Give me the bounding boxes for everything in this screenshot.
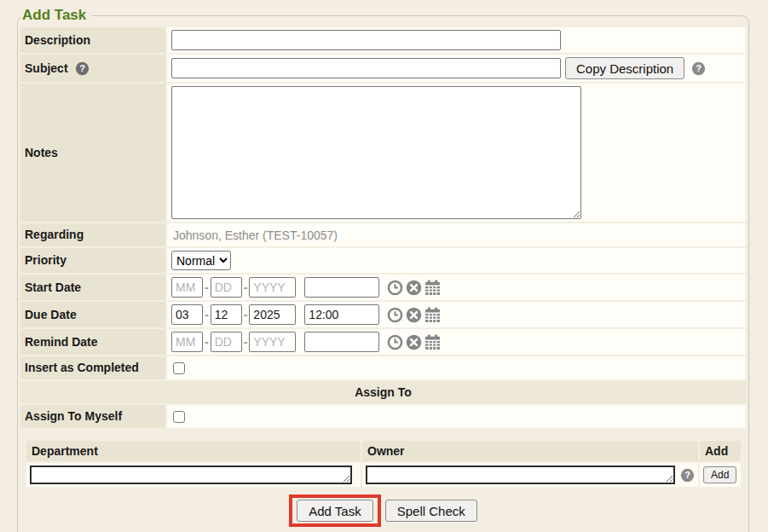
start-clock-icon[interactable]: [387, 280, 403, 296]
assign-to-section-header: Assign To: [20, 381, 746, 403]
start-time-input[interactable]: [304, 277, 379, 298]
priority-select[interactable]: Normal: [171, 251, 231, 270]
notes-textarea[interactable]: [171, 86, 581, 219]
remind-year-input[interactable]: [249, 332, 296, 352]
remind-calendar-icon[interactable]: [424, 334, 441, 350]
regarding-row: Regarding Johnson, Esther (TEST-10057): [20, 223, 746, 246]
footer-actions: Add Task Spell Check: [20, 494, 746, 527]
start-clear-icon[interactable]: [406, 280, 422, 296]
assign-myself-checkbox[interactable]: [173, 411, 185, 423]
notes-label: Notes: [20, 84, 165, 222]
date-separator: -: [205, 308, 209, 321]
insert-completed-row: Insert as Completed: [20, 356, 746, 379]
start-date-label: Start Date: [20, 275, 165, 300]
svg-text:?: ?: [684, 470, 690, 480]
due-clock-icon[interactable]: [387, 307, 403, 323]
subject-input[interactable]: [171, 58, 561, 78]
svg-text:?: ?: [79, 63, 85, 73]
owner-header: Owner: [362, 441, 698, 461]
remind-date-label: Remind Date: [20, 329, 165, 355]
due-time-input[interactable]: [304, 304, 379, 325]
start-year-input[interactable]: [249, 277, 296, 298]
owner-input[interactable]: [366, 466, 675, 484]
add-owner-button[interactable]: Add: [703, 466, 736, 483]
remind-time-input[interactable]: [304, 332, 379, 352]
due-month-input[interactable]: [171, 304, 203, 325]
assign-table-header-row: Department Owner Add: [26, 441, 741, 461]
department-input[interactable]: [30, 466, 352, 484]
subject-row: Subject ? Copy Description ?: [20, 55, 746, 82]
assign-myself-row: Assign To Myself: [20, 405, 746, 428]
assign-table: Department Owner Add ? Add: [26, 441, 741, 487]
regarding-value: Johnson, Esther (TEST-10057): [171, 228, 338, 242]
remind-date-row: Remind Date - -: [20, 329, 746, 355]
date-separator: -: [205, 280, 209, 294]
add-task-form: Add Task Description Subject ? Copy Desc…: [17, 7, 749, 532]
remind-clock-icon[interactable]: [387, 334, 403, 350]
start-day-input[interactable]: [211, 277, 242, 298]
description-row: Description: [20, 27, 746, 53]
subject-label: Subject: [25, 61, 68, 76]
svg-text:?: ?: [696, 63, 702, 73]
department-header: Department: [26, 441, 361, 461]
assign-table-input-row: ? Add: [26, 463, 741, 487]
remind-month-input[interactable]: [171, 332, 203, 352]
form-table: Description Subject ? Copy Description ?: [20, 27, 746, 428]
description-label: Description: [20, 27, 165, 53]
insert-completed-label: Insert as Completed: [20, 356, 165, 379]
add-task-highlight-box: Add Task: [289, 494, 380, 527]
due-day-input[interactable]: [211, 304, 242, 325]
date-separator: -: [205, 335, 209, 349]
date-separator: -: [244, 308, 248, 321]
due-date-row: Due Date - -: [20, 302, 746, 327]
due-calendar-icon[interactable]: [424, 307, 441, 323]
subject-help-icon[interactable]: ?: [75, 61, 90, 76]
regarding-label: Regarding: [20, 223, 165, 246]
start-month-input[interactable]: [171, 277, 203, 298]
add-task-button[interactable]: Add Task: [297, 500, 372, 522]
insert-completed-checkbox[interactable]: [173, 362, 185, 374]
remind-day-input[interactable]: [211, 332, 242, 352]
add-header: Add: [700, 441, 741, 461]
assign-to-banner-row: Assign To: [20, 381, 746, 403]
notes-row: Notes: [20, 84, 746, 222]
due-clear-icon[interactable]: [406, 307, 422, 323]
date-separator: -: [244, 335, 248, 349]
priority-label: Priority: [20, 248, 165, 273]
due-date-label: Due Date: [20, 302, 165, 327]
due-year-input[interactable]: [249, 304, 296, 325]
page-title: Add Task: [20, 7, 91, 24]
priority-row: Priority Normal: [20, 248, 746, 273]
owner-help-icon[interactable]: ?: [680, 468, 695, 483]
assign-myself-label: Assign To Myself: [20, 405, 165, 428]
start-calendar-icon[interactable]: [424, 280, 441, 296]
remind-clear-icon[interactable]: [406, 334, 422, 350]
subject-copy-help-icon[interactable]: ?: [691, 61, 706, 76]
date-separator: -: [244, 280, 248, 294]
spell-check-button[interactable]: Spell Check: [385, 500, 477, 522]
description-input[interactable]: [171, 30, 561, 50]
copy-description-button[interactable]: Copy Description: [565, 57, 684, 79]
start-date-row: Start Date - -: [20, 275, 746, 300]
